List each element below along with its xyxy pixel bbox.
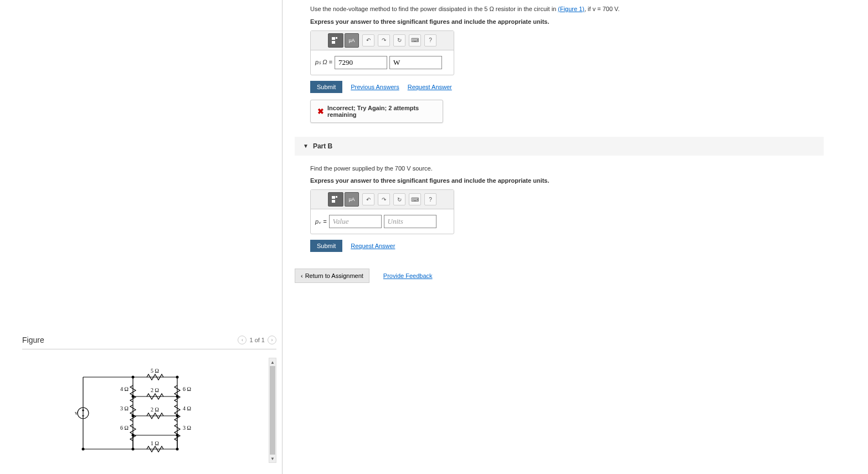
return-label: Return to Assignment xyxy=(305,272,363,279)
part-a-answer-box: μA ↶ ↷ ↻ ⌨ ? p₅ Ω = xyxy=(310,30,454,75)
scroll-down-icon[interactable]: ▼ xyxy=(269,455,276,462)
r4-label: 4 Ω xyxy=(120,386,129,392)
chevron-left-icon: ‹ xyxy=(301,272,303,279)
svg-point-17 xyxy=(132,395,135,398)
svg-point-21 xyxy=(132,434,135,437)
part-a-feedback: ✖ Incorrect; Try Again; 2 attempts remai… xyxy=(310,100,443,123)
reset-button-b[interactable]: ↻ xyxy=(393,193,405,205)
svg-point-23 xyxy=(132,448,135,451)
r5-label: 5 Ω xyxy=(151,368,159,374)
right-pane: Use the node-voltage method to find the … xyxy=(288,0,824,283)
keyboard-button[interactable]: ⌨ xyxy=(409,34,421,47)
part-b-title: Part B xyxy=(313,142,332,150)
qa-prefix: Use the node-voltage method to find the … xyxy=(310,6,490,12)
part-a-buttons: Submit Previous Answers Request Answer xyxy=(310,81,824,93)
svg-point-25 xyxy=(82,448,85,451)
r6-label: 6 Ω xyxy=(183,386,191,392)
left-pane: Figure ‹ 1 of 1 › xyxy=(11,0,283,474)
part-a-request-answer-link[interactable]: Request Answer xyxy=(408,84,452,90)
figure-section: Figure ‹ 1 of 1 › xyxy=(22,336,276,463)
scroll-thumb[interactable] xyxy=(270,366,275,455)
svg-rect-26 xyxy=(332,37,335,40)
units-button-b[interactable]: μA xyxy=(345,192,359,207)
figure-body: v 5 Ω 4 Ω 6 Ω 2 Ω 3 Ω 4 Ω 2 Ω 6 Ω 3 Ω 1 … xyxy=(22,358,276,463)
source-label: v xyxy=(75,410,78,416)
figure-next-button[interactable]: › xyxy=(268,336,276,344)
svg-point-15 xyxy=(132,376,135,379)
svg-rect-28 xyxy=(332,41,335,44)
svg-point-22 xyxy=(176,434,179,437)
template-button[interactable] xyxy=(328,33,343,48)
part-b-question: Find the power supplied by the 700 V sou… xyxy=(310,164,824,173)
help-button[interactable]: ? xyxy=(424,34,436,47)
r6b-label: 6 Ω xyxy=(120,425,129,431)
part-a-value-input[interactable] xyxy=(335,56,387,69)
undo-button-b[interactable]: ↶ xyxy=(362,193,374,205)
figure-prev-button[interactable]: ‹ xyxy=(238,336,246,344)
part-b-header[interactable]: ▼ Part B xyxy=(295,137,824,156)
part-a-submit-button[interactable]: Submit xyxy=(310,81,342,93)
redo-button[interactable]: ↷ xyxy=(378,34,390,47)
r3-label: 3 Ω xyxy=(120,405,129,411)
reset-button[interactable]: ↻ xyxy=(393,34,405,47)
svg-point-19 xyxy=(132,415,135,418)
part-a-input-row: p₅ Ω = xyxy=(311,50,454,75)
feedback-text: Incorrect; Try Again; 2 attempts remaini… xyxy=(327,105,436,118)
figure-scrollbar[interactable]: ▲ ▼ xyxy=(269,358,276,463)
part-b-input-row: pᵥ = xyxy=(311,209,454,234)
figure-header: Figure ‹ 1 of 1 › xyxy=(22,336,276,349)
provide-feedback-link[interactable]: Provide Feedback xyxy=(383,272,433,279)
figure-nav-text: 1 of 1 xyxy=(249,337,265,343)
r1-label: 1 Ω xyxy=(151,440,159,446)
part-b-instruction: Express your answer to three significant… xyxy=(310,177,824,184)
incorrect-icon: ✖ xyxy=(317,107,324,116)
part-b-buttons: Submit Request Answer xyxy=(310,240,824,252)
part-a-question: Use the node-voltage method to find the … xyxy=(310,4,824,14)
svg-rect-29 xyxy=(332,196,335,199)
svg-rect-27 xyxy=(336,37,337,39)
part-b-toolbar: μA ↶ ↷ ↻ ⌨ ? xyxy=(311,190,454,209)
part-a-units-input[interactable] xyxy=(389,56,442,69)
units-button[interactable]: μA xyxy=(345,33,359,48)
qa-suffix: , if v = 700 V. xyxy=(584,6,620,12)
scroll-up-icon[interactable]: ▲ xyxy=(269,358,276,366)
part-a-instruction: Express your answer to three significant… xyxy=(310,18,824,25)
svg-point-18 xyxy=(176,395,179,398)
qa-mid: resistor in the circuit in xyxy=(494,6,558,12)
svg-point-16 xyxy=(176,376,179,379)
part-b-answer-box: μA ↶ ↷ ↻ ⌨ ? pᵥ = xyxy=(310,189,454,234)
part-b-units-input[interactable] xyxy=(384,215,436,228)
r2b-label: 2 Ω xyxy=(151,406,159,413)
part-b-request-answer-link[interactable]: Request Answer xyxy=(351,243,395,249)
part-b-submit-button[interactable]: Submit xyxy=(310,240,342,252)
r4b-label: 4 Ω xyxy=(183,405,191,411)
part-a-var-label: p₅ Ω = xyxy=(315,59,332,66)
svg-rect-31 xyxy=(332,200,335,203)
svg-rect-30 xyxy=(336,196,337,198)
figure-nav: ‹ 1 of 1 › xyxy=(238,336,276,344)
svg-point-24 xyxy=(176,448,179,451)
keyboard-button-b[interactable]: ⌨ xyxy=(409,193,421,205)
part-a-previous-answers-link[interactable]: Previous Answers xyxy=(351,84,399,90)
qa-ohm: Ω xyxy=(490,6,494,12)
svg-point-20 xyxy=(176,415,179,418)
return-to-assignment-button[interactable]: ‹ Return to Assignment xyxy=(295,269,369,283)
part-b-value-input[interactable] xyxy=(329,215,382,228)
template-button-b[interactable] xyxy=(328,192,343,207)
r3b-label: 3 Ω xyxy=(183,425,191,431)
help-button-b[interactable]: ? xyxy=(424,193,436,205)
part-a-toolbar: μA ↶ ↷ ↻ ⌨ ? xyxy=(311,31,454,50)
redo-button-b[interactable]: ↷ xyxy=(378,193,390,205)
circuit-diagram: v 5 Ω 4 Ω 6 Ω 2 Ω 3 Ω 4 Ω 2 Ω 6 Ω 3 Ω 1 … xyxy=(72,363,216,457)
undo-button[interactable]: ↶ xyxy=(362,34,374,47)
figure-link[interactable]: (Figure 1) xyxy=(558,6,584,12)
collapse-icon: ▼ xyxy=(303,143,309,149)
bottom-row: ‹ Return to Assignment Provide Feedback xyxy=(295,269,824,283)
r2a-label: 2 Ω xyxy=(151,387,159,393)
figure-title: Figure xyxy=(22,336,44,344)
part-b-var-label: pᵥ = xyxy=(315,218,327,225)
